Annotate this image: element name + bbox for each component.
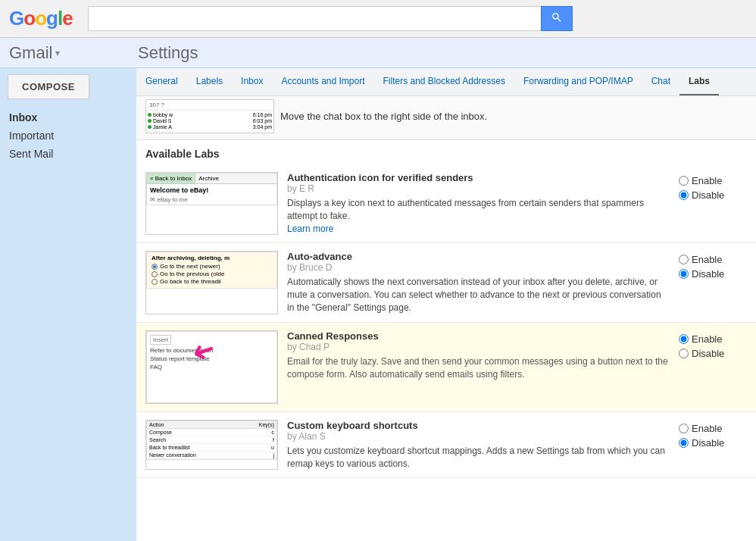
auto-advance-author: by Bruce D bbox=[287, 262, 670, 273]
keyboard-row-1: Search f bbox=[147, 436, 276, 444]
auto-advance-disable-label[interactable]: Disable bbox=[679, 268, 747, 280]
ebay-header: « Back to Inbox Archive bbox=[147, 174, 276, 184]
keyboard-col2-header: Key(s) bbox=[251, 422, 274, 427]
keyboard-preview-header: Action Key(s) bbox=[147, 421, 276, 429]
keyboard-row-0: Compose c bbox=[147, 429, 276, 436]
gmail-header: Gmail ▾ Settings bbox=[0, 38, 756, 68]
canned-responses-enable-text: Enable bbox=[692, 333, 722, 345]
auto-advance-disable-text: Disable bbox=[692, 268, 724, 280]
auto-advance-desc: Automatically shows the next conversatio… bbox=[287, 276, 670, 314]
google-logo: Google bbox=[9, 7, 73, 30]
auto-advance-enable-label[interactable]: Enable bbox=[679, 254, 747, 265]
keyboard-key-0: c bbox=[251, 430, 274, 435]
keyboard-key-1: f bbox=[251, 437, 274, 442]
keyboard-shortcuts-author: by Alan S bbox=[287, 431, 670, 442]
keyboard-shortcuts-disable-text: Disable bbox=[692, 437, 724, 449]
autoadvance-radio-2 bbox=[152, 279, 158, 285]
keyboard-key-3: j bbox=[251, 452, 274, 458]
authentication-controls: Enable Disable bbox=[679, 172, 747, 235]
tab-accounts-import[interactable]: Accounts and Import bbox=[272, 68, 373, 95]
canned-responses-title: Canned Responses bbox=[287, 330, 670, 342]
canned-responses-disable-text: Disable bbox=[692, 348, 724, 359]
canned-responses-enable-label[interactable]: Enable bbox=[679, 333, 747, 345]
canned-responses-disable-label[interactable]: Disable bbox=[679, 348, 747, 359]
keyboard-row-3: Newer conversation j bbox=[147, 452, 276, 459]
keyboard-shortcuts-enable-radio[interactable] bbox=[679, 424, 689, 433]
authentication-learn-more-link[interactable]: Learn more bbox=[287, 224, 333, 234]
keyboard-shortcuts-disable-label[interactable]: Disable bbox=[679, 437, 747, 449]
ebay-title: Welcome to eBay! bbox=[147, 184, 276, 196]
preview-time-0: 6:16 pm bbox=[253, 112, 272, 117]
authentication-enable-radio[interactable] bbox=[679, 176, 689, 186]
keyboard-shortcuts-enable-text: Enable bbox=[692, 423, 722, 434]
canned-insert-btn[interactable]: Insert bbox=[150, 335, 171, 345]
move-chat-description: Move the chat box to the right side of t… bbox=[280, 111, 487, 122]
keyboard-row-2: Back to threadlist u bbox=[147, 444, 276, 452]
autoadvance-option-1-text: Go to the previous (olde bbox=[160, 270, 224, 277]
autoadvance-option-0-text: Go to the next (newer) bbox=[160, 263, 220, 270]
authentication-enable-text: Enable bbox=[692, 175, 722, 186]
gmail-dropdown-arrow[interactable]: ▾ bbox=[55, 48, 60, 58]
sidebar-item-inbox[interactable]: Inbox bbox=[0, 108, 136, 127]
gmail-brand[interactable]: Gmail ▾ bbox=[9, 43, 60, 63]
available-labs-header: Available Labs bbox=[136, 140, 756, 164]
tab-inbox[interactable]: Inbox bbox=[232, 68, 272, 95]
search-button[interactable] bbox=[541, 6, 573, 31]
autoadvance-option-2: Go back to the threadli bbox=[152, 278, 272, 285]
sidebar-item-important[interactable]: Important bbox=[0, 127, 136, 145]
lab-preview-section: 307 ? bobby w 6:16 pm David S 6:03 pm Ja… bbox=[136, 96, 756, 140]
keyboard-shortcuts-preview-thumb: Action Key(s) Compose c Search f Back to… bbox=[145, 420, 278, 471]
authentication-disable-radio[interactable] bbox=[679, 190, 689, 200]
keyboard-action-3: Newer conversation bbox=[149, 452, 251, 458]
autoadvance-radio-1 bbox=[152, 271, 158, 277]
keyboard-col1-header: Action bbox=[149, 422, 251, 427]
ebay-archive-button[interactable]: Archive bbox=[195, 174, 222, 183]
authentication-enable-label[interactable]: Enable bbox=[679, 175, 747, 186]
tab-chat[interactable]: Chat bbox=[642, 68, 679, 95]
tab-labels[interactable]: Labels bbox=[187, 68, 232, 95]
canned-responses-author: by Chad P bbox=[287, 342, 670, 352]
preview-time-1: 6:03 pm bbox=[253, 118, 272, 124]
lab-item-keyboard-shortcuts: Action Key(s) Compose c Search f Back to… bbox=[136, 412, 756, 479]
auto-advance-enable-text: Enable bbox=[692, 254, 722, 265]
gmail-brand-text: Gmail bbox=[9, 43, 52, 63]
autoadvance-label: After archiving, deleting, m bbox=[152, 255, 272, 261]
canned-responses-preview-thumb: ➜ Insert Refer to documentation Status r… bbox=[145, 330, 278, 404]
canned-responses-info: Canned Responses by Chad P Email for the… bbox=[287, 330, 670, 404]
keyboard-shortcuts-title: Custom keyboard shortcuts bbox=[287, 420, 670, 431]
ebay-from: ✉ eBay to me bbox=[147, 196, 276, 205]
authentication-disable-label[interactable]: Disable bbox=[679, 189, 747, 201]
authentication-info: Authentication icon for verified senders… bbox=[287, 172, 670, 235]
sidebar-item-sent-mail[interactable]: Sent Mail bbox=[0, 145, 136, 163]
keyboard-shortcuts-enable-label[interactable]: Enable bbox=[679, 423, 747, 434]
keyboard-action-1: Search bbox=[149, 437, 251, 442]
keyboard-shortcuts-disable-radio[interactable] bbox=[679, 438, 689, 448]
tab-forwarding[interactable]: Forwarding and POP/IMAP bbox=[514, 68, 642, 95]
auto-advance-controls: Enable Disable bbox=[679, 251, 747, 314]
autoadvance-option-1: Go to the previous (olde bbox=[152, 270, 272, 277]
keyboard-shortcuts-desc: Lets you customize keyboard shortcut map… bbox=[287, 445, 670, 471]
canned-responses-enable-radio[interactable] bbox=[679, 334, 689, 344]
auto-advance-enable-radio[interactable] bbox=[679, 255, 689, 264]
keyboard-shortcuts-info: Custom keyboard shortcuts by Alan S Lets… bbox=[287, 420, 670, 471]
authentication-preview-thumb: « Back to Inbox Archive Welcome to eBay!… bbox=[145, 172, 278, 235]
tab-labs[interactable]: Labs bbox=[679, 68, 719, 95]
canned-responses-disable-radio[interactable] bbox=[679, 349, 689, 358]
inbox-preview-thumbnail: 307 ? bobby w 6:16 pm David S 6:03 pm Ja… bbox=[145, 99, 274, 133]
tab-filters[interactable]: Filters and Blocked Addresses bbox=[374, 68, 514, 95]
lab-item-auto-advance: After archiving, deleting, m Go to the n… bbox=[136, 243, 756, 322]
authentication-author: by E R bbox=[287, 183, 670, 194]
auto-advance-disable-radio[interactable] bbox=[679, 269, 689, 279]
compose-button[interactable]: COMPOSE bbox=[8, 74, 89, 99]
canned-responses-desc: Email for the truly lazy. Save and then … bbox=[287, 355, 670, 381]
ebay-back-button[interactable]: « Back to Inbox bbox=[147, 174, 195, 183]
sidebar: COMPOSE Inbox Important Sent Mail bbox=[0, 68, 136, 541]
top-bar: Google bbox=[0, 0, 756, 38]
auto-advance-preview-thumb: After archiving, deleting, m Go to the n… bbox=[145, 251, 278, 314]
search-bar bbox=[88, 6, 573, 31]
tab-general[interactable]: General bbox=[136, 68, 187, 95]
search-input[interactable] bbox=[88, 6, 541, 31]
preview-name-1: David S bbox=[153, 118, 172, 124]
content-area: General Labels Inbox Accounts and Import… bbox=[136, 68, 756, 541]
autoadvance-radio-0 bbox=[152, 264, 158, 270]
